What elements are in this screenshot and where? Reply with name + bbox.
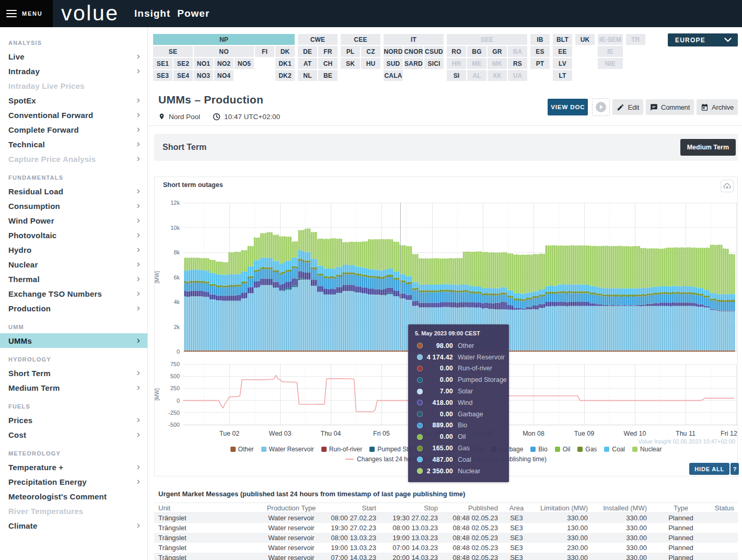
region-cell-pl[interactable]: PL xyxy=(341,46,360,57)
region-cell-cz[interactable]: CZ xyxy=(361,46,380,57)
region-cell-de[interactable]: DE xyxy=(298,46,317,57)
umm-table-row[interactable]: TrängsletWater reservoir08:00 13.03.2319… xyxy=(154,533,738,543)
region-cell-bg[interactable]: BG xyxy=(467,46,486,57)
sidebar-item-thermal[interactable]: Thermal› xyxy=(0,272,147,286)
region-cell-at[interactable]: AT xyxy=(298,58,317,69)
region-cell-lv[interactable]: LV xyxy=(553,58,572,69)
region-cell-cnor[interactable]: CNOR xyxy=(404,46,423,57)
region-cell-no2[interactable]: NO2 xyxy=(214,58,234,69)
region-cell-se4[interactable]: SE4 xyxy=(173,70,193,81)
region-cell-no[interactable]: NO xyxy=(194,46,254,57)
sidebar-item-wind-power[interactable]: Wind Power› xyxy=(0,213,147,228)
region-cell-lt[interactable]: LT xyxy=(553,70,572,81)
sidebar-item-prices[interactable]: Prices› xyxy=(0,413,147,427)
sidebar-item-hydro[interactable]: Hydro› xyxy=(0,242,147,257)
sidebar-item-meteorologist-s-comment[interactable]: Meteorologist's Comment xyxy=(0,489,147,504)
volue-logo[interactable]: volue xyxy=(61,1,119,26)
menu-button[interactable]: MENU xyxy=(0,0,53,27)
sidebar-item-production[interactable]: Production› xyxy=(0,301,147,316)
region-cell-se[interactable]: SE xyxy=(153,46,193,57)
region-cell-sard[interactable]: SARD xyxy=(404,58,423,69)
region-cell-pt[interactable]: PT xyxy=(530,58,550,69)
region-cell-se3[interactable]: SE3 xyxy=(153,70,172,81)
sidebar-item-complete-forward[interactable]: Complete Forward› xyxy=(0,122,147,137)
region-cell-gr[interactable]: GR xyxy=(488,46,507,57)
legend-item-water-reservoir[interactable]: Water Reservoir xyxy=(261,446,314,453)
region-cell-dk2[interactable]: DK2 xyxy=(275,70,295,81)
legend-item-oil[interactable]: Oil xyxy=(555,446,571,453)
sidebar-item-consumption[interactable]: Consumption› xyxy=(0,199,147,213)
region-cell-cee[interactable]: CEE xyxy=(341,34,380,45)
legend-item-gas[interactable]: Gas xyxy=(577,446,597,453)
region-cell-es[interactable]: ES xyxy=(530,46,550,57)
legend-item-coal[interactable]: Coal xyxy=(604,446,625,453)
region-cell-ib[interactable]: IB xyxy=(530,34,550,45)
region-cell-cala[interactable]: CALA xyxy=(384,70,403,81)
sidebar-item-short-term[interactable]: Short Term› xyxy=(0,366,147,380)
region-cell-se2[interactable]: SE2 xyxy=(173,58,193,69)
hide-all-button[interactable]: HIDE ALL xyxy=(689,463,729,475)
region-cell-uk[interactable]: UK xyxy=(575,34,595,45)
help-button[interactable]: ? xyxy=(731,463,739,475)
svg-text:Wed 03: Wed 03 xyxy=(269,430,292,437)
region-cell-si[interactable]: SI xyxy=(447,70,466,81)
edit-button[interactable]: Edit xyxy=(612,99,643,115)
umm-table-row[interactable]: TrängsletWater reservoir07:00 14.03.2320… xyxy=(154,553,738,560)
region-cell-ro[interactable]: RO xyxy=(447,46,466,57)
region-cell-nord[interactable]: NORD xyxy=(384,46,403,57)
europe-select[interactable]: EUROPE xyxy=(668,33,738,46)
region-cell-se1[interactable]: SE1 xyxy=(153,58,172,69)
region-cell-nl[interactable]: NL xyxy=(298,70,317,81)
sidebar-item-climate[interactable]: Climate› xyxy=(0,518,147,533)
region-cell-fr[interactable]: FR xyxy=(318,46,338,57)
view-doc-button[interactable]: VIEW DOC xyxy=(548,99,588,115)
sidebar-item-temperature-[interactable]: Temperature +› xyxy=(0,460,147,474)
region-cell-ee[interactable]: EE xyxy=(553,46,572,57)
sidebar-item-conventional-forward[interactable]: Conventional Forward› xyxy=(0,108,147,122)
medium-term-button[interactable]: Medium Term xyxy=(680,139,736,156)
region-cell-hu[interactable]: HU xyxy=(361,58,380,69)
region-cell-sk[interactable]: SK xyxy=(341,58,360,69)
region-cell-ch[interactable]: CH xyxy=(318,58,338,69)
sidebar-item-umms[interactable]: UMMs› xyxy=(0,333,147,348)
region-cell-sud[interactable]: SUD xyxy=(384,58,403,69)
sidebar-item-medium-term[interactable]: Medium Term› xyxy=(0,380,147,395)
play-button[interactable] xyxy=(592,98,610,116)
region-cell-csud[interactable]: CSUD xyxy=(424,46,444,57)
umm-table-row[interactable]: TrängsletWater reservoir08:00 27.02.2319… xyxy=(154,513,738,523)
umm-table-row[interactable]: TrängsletWater reservoir19:00 13.03.2307… xyxy=(154,543,738,553)
legend-item-run-of-river[interactable]: Run-of-river xyxy=(321,446,362,453)
umm-table-row[interactable]: TrängsletWater reservoir19:30 27.02.2308… xyxy=(154,523,738,533)
download-chart-button[interactable] xyxy=(721,180,734,192)
region-cell-no3[interactable]: NO3 xyxy=(194,70,213,81)
sidebar-item-technical[interactable]: Technical› xyxy=(0,137,147,151)
chevron-right-icon: › xyxy=(136,51,140,61)
sidebar-item-photovoltaic[interactable]: Photovoltaic› xyxy=(0,228,147,242)
sidebar-item-spotex[interactable]: SpotEx› xyxy=(0,93,147,108)
region-cell-no1[interactable]: NO1 xyxy=(194,58,213,69)
sidebar-item-cost[interactable]: Cost› xyxy=(0,427,147,442)
region-cell-blt[interactable]: BLT xyxy=(553,34,572,45)
region-cell-sici[interactable]: SICI xyxy=(424,58,444,69)
region-cell-it[interactable]: IT xyxy=(384,34,444,45)
sidebar-item-live[interactable]: Live› xyxy=(0,49,147,64)
sidebar-item-residual-load[interactable]: Residual Load› xyxy=(0,184,147,199)
sidebar-item-nuclear[interactable]: Nuclear› xyxy=(0,257,147,272)
region-cell-cwe[interactable]: CWE xyxy=(298,34,338,45)
archive-button[interactable]: Archive xyxy=(697,99,738,115)
comment-button[interactable]: Comment xyxy=(646,99,694,115)
region-cell-np[interactable]: NP xyxy=(153,34,295,45)
region-cell-dk[interactable]: DK xyxy=(275,46,295,57)
region-cell-be[interactable]: BE xyxy=(318,70,338,81)
region-cell-no5[interactable]: NO5 xyxy=(235,58,254,69)
sidebar-item-exchange-tso-numbers[interactable]: Exchange TSO Numbers› xyxy=(0,286,147,301)
region-cell-dk1[interactable]: DK1 xyxy=(275,58,295,69)
region-cell-fi[interactable]: FI xyxy=(255,46,274,57)
region-cell-no4[interactable]: NO4 xyxy=(214,70,234,81)
sidebar-item-precipitation-energy[interactable]: Precipitation Energy› xyxy=(0,474,147,489)
region-cell-rs[interactable]: RS xyxy=(508,58,527,69)
sidebar-item-intraday[interactable]: Intraday› xyxy=(0,64,147,78)
legend-item-nuclear[interactable]: Nuclear xyxy=(632,446,662,453)
legend-item-bio[interactable]: Bio xyxy=(530,446,547,453)
legend-item-other[interactable]: Other xyxy=(230,446,254,453)
